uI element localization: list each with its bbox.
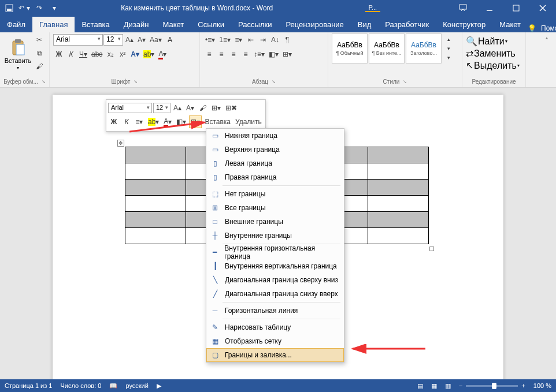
menu-all-borders[interactable]: ⊞Все границы [206, 201, 344, 215]
font-name-combo[interactable]: Arial [53, 34, 103, 46]
mini-size-combo[interactable]: 12 [153, 103, 170, 113]
align-left-icon[interactable]: ≡ [203, 48, 215, 61]
tab-references[interactable]: Ссылки [191, 17, 231, 32]
menu-diag-down[interactable]: ╲Диагональная граница сверху вниз [206, 273, 344, 287]
bold-button[interactable]: Ж [53, 48, 65, 61]
paragraph-launcher-icon[interactable]: ↘ [272, 79, 276, 84]
strike-button[interactable]: abc [90, 48, 104, 61]
format-painter-icon[interactable]: 🖌 [34, 60, 45, 73]
tab-developer[interactable]: Разработчик [378, 17, 436, 32]
zoom-in-icon[interactable]: + [521, 382, 525, 389]
close-icon[interactable] [529, 0, 556, 16]
mini-grow-font-icon[interactable]: A▴ [172, 102, 183, 114]
redo-icon[interactable]: ↷ [32, 1, 46, 15]
clipboard-launcher-icon[interactable]: ↘ [42, 79, 46, 84]
justify-icon[interactable]: ≡ [240, 48, 251, 61]
font-color-icon[interactable]: A▾ [157, 48, 168, 61]
mini-delete-button[interactable]: Удалить [233, 115, 264, 128]
replace-button[interactable]: ⇄ Заменить [466, 48, 522, 59]
collapse-ribbon-icon[interactable]: ˄ [541, 35, 553, 47]
macro-icon[interactable]: ▶ [157, 382, 161, 390]
ribbon-collapse-icon[interactable] [450, 0, 476, 16]
show-marks-icon[interactable]: ¶ [281, 33, 293, 46]
increase-indent-icon[interactable]: ⇥ [257, 33, 269, 46]
menu-inside-vertical[interactable]: ┃Внутренняя вертикальная граница [206, 259, 344, 273]
zoom-slider[interactable]: − + [459, 382, 525, 389]
tab-layout[interactable]: Макет [155, 17, 191, 32]
view-web-icon[interactable]: ▥ [445, 382, 451, 390]
sort-icon[interactable]: A↓ [269, 33, 281, 46]
menu-borders-shading-dialog[interactable]: ▢Границы и заливка... [206, 348, 344, 362]
view-read-icon[interactable]: ▤ [417, 382, 423, 390]
borders-icon[interactable]: ⊞▾ [281, 48, 294, 61]
mini-bold[interactable]: Ж [108, 115, 120, 128]
styles-more-icon[interactable]: ▾ [443, 53, 454, 62]
styles-up-icon[interactable]: ▴ [443, 35, 454, 44]
italic-button[interactable]: К [65, 48, 77, 61]
highlight-icon[interactable]: ab▾ [142, 48, 156, 61]
tab-table-design[interactable]: Конструктор [436, 17, 492, 32]
cut-icon[interactable]: ✂ [34, 33, 45, 46]
style-normal[interactable]: АаБбВв¶ Обычный [332, 33, 368, 64]
menu-outside-borders[interactable]: □Внешние границы [206, 215, 344, 229]
status-page[interactable]: Страница 1 из 1 [5, 382, 52, 389]
shrink-font-icon[interactable]: A▾ [136, 33, 147, 46]
tab-review[interactable]: Рецензирование [279, 17, 350, 32]
status-words[interactable]: Число слов: 0 [60, 382, 101, 389]
tab-table-layout[interactable]: Макет [492, 17, 528, 32]
superscript-button[interactable]: x² [117, 48, 128, 61]
menu-horizontal-line[interactable]: ─Горизонтальная линия [206, 304, 344, 318]
zoom-out-icon[interactable]: − [459, 382, 462, 389]
menu-left-border[interactable]: ▯Левая граница [206, 156, 344, 170]
menu-inside-borders[interactable]: ┼Внутренние границы [206, 229, 344, 242]
font-launcher-icon[interactable]: ↘ [134, 79, 138, 84]
styles-launcher-icon[interactable]: ↘ [403, 79, 407, 84]
tab-home[interactable]: Главная [32, 17, 75, 32]
shading-icon[interactable]: ◧▾ [267, 48, 280, 61]
mini-shrink-font-icon[interactable]: A▾ [184, 102, 196, 114]
select-button[interactable]: ↖ Выделить ▾ [466, 60, 522, 71]
copy-icon[interactable]: ⧉ [34, 47, 45, 59]
underline-button[interactable]: Ч▾ [77, 48, 89, 61]
spellcheck-icon[interactable]: 📖 [109, 382, 117, 390]
font-size-combo[interactable]: 12 [103, 34, 123, 46]
tab-file[interactable]: Файл [0, 17, 32, 32]
paste-button[interactable]: Вставить ▾ [3, 33, 32, 73]
align-right-icon[interactable]: ≡ [228, 48, 239, 61]
maximize-icon[interactable] [503, 0, 529, 16]
menu-no-border[interactable]: ⬚Нет границы [206, 187, 344, 201]
mini-table-icon[interactable]: ⊞▾ [210, 102, 223, 114]
align-center-icon[interactable]: ≡ [216, 48, 227, 61]
tab-design[interactable]: Дизайн [117, 17, 156, 32]
menu-draw-table[interactable]: ✎Нарисовать таблицу [206, 320, 344, 334]
status-language[interactable]: русский [125, 382, 148, 389]
table-move-handle-icon[interactable]: ✥ [117, 140, 124, 147]
menu-bottom-border[interactable]: ▭Нижняя граница [206, 129, 344, 143]
menu-top-border[interactable]: ▭Верхняя граница [206, 143, 344, 156]
table-resize-handle-icon[interactable] [429, 247, 434, 251]
tell-me-icon[interactable]: 💡 [528, 24, 536, 32]
text-effects-icon[interactable]: A▾ [129, 48, 141, 61]
mini-font-combo[interactable]: Arial [108, 103, 152, 113]
find-button[interactable]: 🔍 Найти ▾ [466, 36, 522, 47]
bullets-icon[interactable]: •≡▾ [203, 33, 217, 46]
tell-me-text[interactable]: Помощ... [541, 24, 556, 32]
clear-format-icon[interactable]: A̶ [164, 33, 176, 46]
grow-font-icon[interactable]: A▴ [124, 33, 135, 46]
view-print-icon[interactable]: ▦ [431, 382, 437, 390]
tab-view[interactable]: Вид [351, 17, 379, 32]
style-heading1[interactable]: АаБбВвЗаголово... [406, 33, 442, 64]
zoom-value[interactable]: 100 % [533, 382, 551, 389]
mini-table-delete-icon[interactable]: ⊞✖ [224, 102, 239, 114]
menu-inside-horizontal[interactable]: ━Внутренняя горизонтальная граница [206, 245, 344, 259]
minimize-icon[interactable] [476, 0, 503, 16]
decrease-indent-icon[interactable]: ⇤ [245, 33, 257, 46]
save-icon[interactable] [2, 1, 16, 15]
qa-customize-icon[interactable]: ▾ [47, 1, 61, 15]
subscript-button[interactable]: x₂ [105, 48, 116, 61]
change-case-icon[interactable]: Aa▾ [148, 33, 164, 46]
menu-right-border[interactable]: ▯Правая граница [206, 170, 344, 184]
mini-format-painter-icon[interactable]: 🖌 [197, 102, 209, 114]
style-no-spacing[interactable]: АаБбВв¶ Без инте... [369, 33, 405, 64]
multilevel-icon[interactable]: ≡▾ [233, 33, 244, 46]
